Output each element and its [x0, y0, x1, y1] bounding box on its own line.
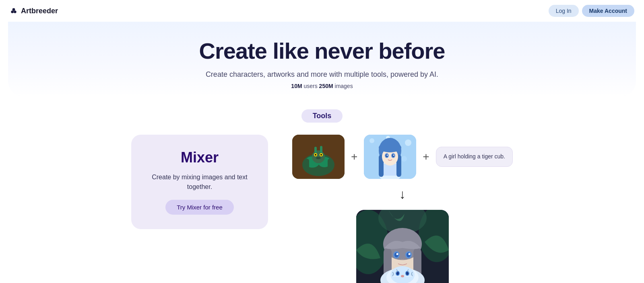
- svg-point-2: [12, 8, 15, 11]
- mixer-output-image: [356, 210, 449, 283]
- hero-stats: 10M users 250M images: [16, 83, 628, 89]
- animegirl-art-svg: [364, 135, 416, 179]
- svg-point-52: [390, 266, 415, 283]
- mixer-description: Create by mixing images and text togethe…: [147, 172, 252, 192]
- header: Artbreeder Log In Make Account: [0, 0, 644, 22]
- mixer-visual: +: [292, 135, 513, 283]
- output-art-svg: [356, 210, 449, 283]
- svg-point-32: [387, 155, 388, 156]
- make-account-button[interactable]: Make Account: [582, 5, 634, 17]
- svg-point-11: [320, 154, 322, 156]
- svg-point-10: [315, 154, 316, 156]
- logo: Artbreeder: [10, 7, 58, 15]
- mixer-demo: Mixer Create by mixing images and text t…: [80, 135, 564, 283]
- input-image-animegirl: [364, 135, 416, 179]
- stat-users-count: 10M: [291, 83, 302, 89]
- mixer-inputs: +: [292, 135, 513, 179]
- svg-rect-16: [328, 159, 332, 169]
- mixer-title: Mixer: [147, 149, 252, 166]
- svg-point-21: [401, 156, 407, 162]
- input-image-dragon: [292, 135, 345, 179]
- svg-rect-14: [320, 146, 322, 153]
- plus-sign-2: +: [423, 150, 429, 163]
- stat-users-label: users: [302, 83, 319, 89]
- svg-point-0: [11, 10, 14, 13]
- text-prompt-box: A girl holding a tiger cub.: [436, 147, 513, 167]
- login-button[interactable]: Log In: [549, 5, 579, 17]
- header-actions: Log In Make Account: [549, 5, 634, 17]
- svg-point-12: [316, 157, 321, 159]
- hero-section: Create like never before Create characte…: [8, 22, 636, 97]
- prompt-text: A girl holding a tiger cub.: [444, 153, 505, 160]
- svg-point-48: [396, 253, 398, 255]
- dragon-art-svg: [292, 135, 345, 179]
- tools-badge: Tools: [301, 109, 343, 123]
- stat-images-label: images: [333, 83, 353, 89]
- svg-point-57: [401, 275, 404, 277]
- tools-section: Tools Mixer Create by mixing images and …: [0, 97, 644, 283]
- svg-rect-15: [304, 159, 309, 169]
- mixer-card: Mixer Create by mixing images and text t…: [131, 135, 268, 229]
- plus-sign-1: +: [351, 150, 357, 163]
- svg-point-33: [393, 155, 394, 156]
- svg-point-18: [369, 138, 374, 143]
- svg-rect-13: [314, 147, 317, 153]
- svg-point-49: [408, 253, 410, 255]
- try-mixer-button[interactable]: Try Mixer for free: [165, 200, 234, 215]
- svg-point-19: [405, 139, 411, 146]
- arrow-down: ↓: [399, 187, 406, 202]
- logo-text: Artbreeder: [21, 7, 58, 15]
- svg-point-1: [14, 10, 17, 13]
- stat-images-count: 250M: [319, 83, 333, 89]
- artbreeder-logo-icon: [10, 7, 18, 15]
- hero-subtitle: Create characters, artworks and more wit…: [16, 70, 628, 79]
- hero-title: Create like never before: [16, 38, 628, 64]
